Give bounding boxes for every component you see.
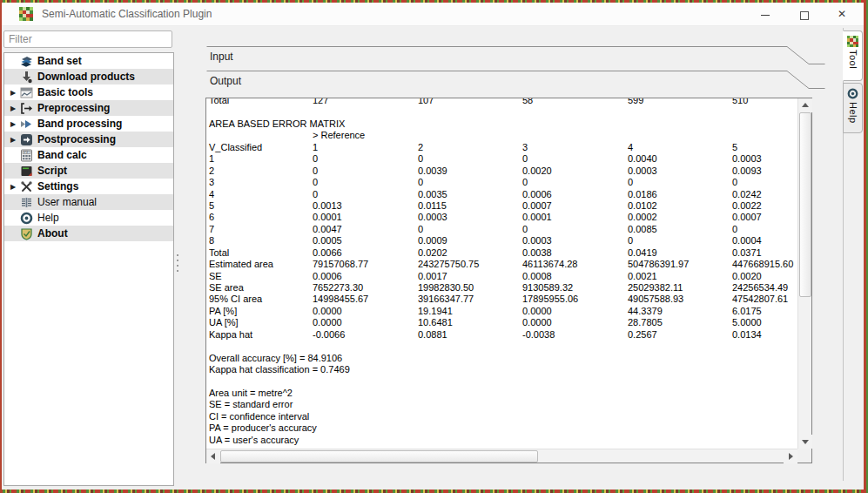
report-cell: 0.0066 (313, 247, 418, 259)
report-cell: 0 (418, 177, 522, 188)
report-cell: 4 (209, 189, 313, 200)
expand-arrow-icon[interactable]: ▶ (8, 89, 18, 97)
report-cell: 0.0134 (732, 329, 797, 341)
report-line: Overall accuracy [%] = 84.9106 (209, 353, 797, 364)
report-cell: 0 (628, 177, 732, 188)
sidebar-item-download-products[interactable]: Download products (4, 69, 173, 84)
input-section-header[interactable]: Input (206, 46, 825, 65)
report-line: AREA BASED ERROR MATRIX (209, 118, 797, 130)
report-cell: 5.0000 (732, 317, 797, 328)
sidebar-item-label: Postprocessing (37, 133, 116, 145)
tab-help[interactable]: Help (843, 83, 863, 133)
report-cell: > Reference (313, 130, 418, 141)
about-icon (20, 227, 33, 240)
scroll-left-button[interactable] (206, 449, 220, 463)
report-cell: 3 (522, 142, 628, 153)
tab-help-label: Help (848, 102, 858, 124)
sidebar-item-label: Band set (37, 55, 82, 67)
expand-arrow-icon[interactable]: ▶ (8, 183, 18, 191)
report-line (209, 106, 797, 118)
report-line: Total0.00660.02020.00380.04190.0371 (209, 247, 797, 259)
report-cell: 0.0022 (732, 200, 797, 212)
sidebar-menu: Band setDownload products▶Basic tools▶Pr… (3, 52, 174, 486)
close-icon: ✕ (838, 8, 846, 20)
sidebar-item-band-set[interactable]: Band set (4, 53, 173, 69)
sidebar-item-script[interactable]: Script (4, 163, 173, 179)
report-cell: 5 (732, 142, 797, 153)
report-cell: 0.0008 (522, 271, 628, 282)
help-ring-icon (847, 88, 858, 99)
report-line: UA = user's accuracy (209, 435, 797, 446)
report-cell: 0 (628, 235, 732, 246)
download-products-icon (20, 71, 33, 84)
report-viewport: Total12710758599510 AREA BASED ERROR MAT… (206, 98, 797, 449)
sidebar-item-basic-tools[interactable]: ▶Basic tools (4, 84, 173, 100)
sidebar-item-label: Band calc (37, 149, 87, 161)
report-line: 200.00390.00200.00030.0093 (209, 165, 797, 177)
scroll-right-icon (789, 453, 793, 460)
report-cell: 0.0006 (313, 271, 418, 282)
report-cell: 0.0003 (732, 153, 797, 165)
report-cell: 28.7805 (628, 317, 732, 328)
output-report-textarea[interactable]: Total12710758599510 AREA BASED ERROR MAT… (205, 98, 812, 463)
svg-text:1*2: 1*2 (24, 151, 28, 154)
expand-arrow-icon[interactable]: ▶ (8, 120, 18, 128)
splitter-handle[interactable] (177, 251, 179, 277)
report-cell: 0.0102 (628, 200, 732, 212)
report-cell: 79157068.77 (313, 259, 418, 270)
report-cell: 0.0000 (522, 317, 628, 328)
report-cell: 17895955.06 (522, 294, 628, 305)
report-cell: 7652273.30 (313, 282, 418, 294)
report-cell (628, 130, 732, 141)
horizontal-scrollbar[interactable] (206, 449, 797, 463)
scroll-left-icon (211, 453, 215, 460)
sidebar-item-band-processing[interactable]: ▶Band processing (4, 116, 173, 132)
report-cell: 0.0115 (418, 200, 522, 212)
report-cell: 6.0175 (732, 306, 797, 317)
report-cell (522, 130, 628, 141)
scroll-up-button[interactable] (798, 98, 812, 112)
horizontal-scrollbar-thumb[interactable] (220, 450, 538, 463)
output-section-header[interactable]: Output (206, 71, 825, 90)
title-bar: Semi-Automatic Classification Plugin ✕ (2, 3, 864, 26)
minimize-button[interactable] (750, 3, 780, 26)
report-cell: 0.0038 (522, 247, 628, 259)
report-cell: 0.0020 (732, 271, 797, 282)
report-cell: 25029382.11 (628, 282, 732, 294)
sidebar-item-about[interactable]: About (4, 226, 173, 241)
expand-arrow-icon[interactable]: ▶ (8, 105, 18, 112)
report-cell: 0.0047 (313, 224, 418, 235)
help-icon (20, 212, 33, 225)
sidebar-item-band-calc[interactable]: 1*2Band calc (4, 147, 173, 163)
expand-arrow-icon[interactable]: ▶ (8, 136, 18, 144)
maximize-button[interactable] (790, 3, 819, 26)
vertical-scrollbar-thumb[interactable] (799, 112, 811, 297)
scroll-right-button[interactable] (784, 449, 797, 463)
scroll-down-button[interactable] (798, 435, 812, 449)
report-cell: 0 (313, 165, 418, 177)
report-cell: 19.1941 (418, 306, 522, 317)
sidebar-item-postprocessing[interactable]: ▶Postprocessing (4, 132, 173, 147)
sidebar-item-settings[interactable]: ▶Settings (4, 179, 173, 194)
vertical-scrollbar[interactable] (797, 98, 811, 449)
report-cell: 0.0085 (628, 224, 732, 235)
sidebar-item-help[interactable]: Help (4, 210, 173, 226)
report-line: 400.00350.00060.01860.0242 (209, 189, 797, 200)
filter-input[interactable] (3, 30, 172, 48)
report-line: V_Classified12345 (209, 142, 797, 153)
tab-tool[interactable]: Tool (843, 30, 863, 81)
report-line: SE = standard error (209, 399, 797, 410)
report-cell: 95% CI area (209, 294, 313, 305)
report-cell: 3 (209, 177, 313, 188)
report-line: Kappa hat classification = 0.7469 (209, 364, 797, 375)
report-cell: 0 (418, 224, 522, 235)
report-cell: 0.0021 (628, 271, 732, 282)
sidebar-item-user-manual[interactable]: User manual (4, 194, 173, 210)
input-header-rule (206, 46, 825, 65)
report-cell: 127 (313, 98, 418, 106)
report-line (209, 341, 797, 352)
report-cell: 0.0002 (628, 212, 732, 223)
sidebar-item-preprocessing[interactable]: ▶Preprocessing (4, 100, 173, 116)
close-button[interactable]: ✕ (827, 3, 857, 26)
report-cell: 0.0000 (522, 306, 628, 317)
